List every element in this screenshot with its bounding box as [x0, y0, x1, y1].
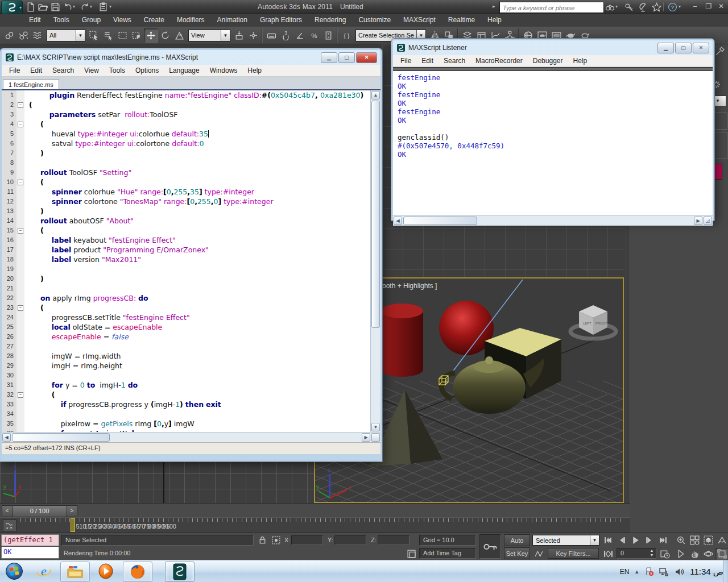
fold-collapse-icon[interactable]: −: [18, 305, 23, 311]
new-file-button[interactable]: [25, 2, 35, 12]
select-and-manipulate-button[interactable]: [246, 28, 260, 43]
editor-menu-edit[interactable]: Edit: [25, 65, 47, 76]
select-and-rotate-button[interactable]: [158, 28, 172, 43]
undo-button[interactable]: [63, 2, 73, 12]
favorites-button[interactable]: [651, 2, 662, 12]
set-key-button[interactable]: Set Key: [504, 547, 530, 559]
taskbar-3dsmax[interactable]: [165, 562, 195, 582]
track-bar[interactable]: 0510152025303540455055606570758085909510…: [0, 517, 630, 534]
subscription-key-button[interactable]: [623, 2, 635, 12]
menu-animation[interactable]: Animation: [211, 14, 254, 27]
editor-menu-view[interactable]: View: [79, 65, 104, 76]
reference-coordinate-dropdown[interactable]: View▼: [188, 30, 230, 41]
listener-minimize-button[interactable]: ▁: [657, 43, 674, 53]
maximize-viewport-toggle[interactable]: [715, 548, 728, 560]
search-dropdown-arrow[interactable]: ▾: [615, 4, 618, 9]
project-dropdown-arrow[interactable]: ▾: [109, 4, 111, 9]
scroll-right-arrow[interactable]: ▶: [362, 433, 370, 442]
viewport-shading-label[interactable]: ooth + Highlights ]: [382, 282, 437, 290]
zoom-all-button[interactable]: [688, 534, 701, 546]
go-to-end-button[interactable]: [656, 534, 669, 546]
menu-create[interactable]: Create: [138, 14, 171, 27]
editor-titlebar[interactable]: E:\MAX SCRIPT\new script max\festEngine.…: [2, 50, 380, 65]
listener-output[interactable]: festEngineOKfestEngineOKfestEngineOK gen…: [393, 71, 713, 215]
editor-menu-options[interactable]: Options: [130, 65, 164, 76]
listener-pane-splitter[interactable]: [393, 67, 713, 71]
zoom-extents-button[interactable]: [702, 534, 714, 546]
key-step-toggle[interactable]: [602, 548, 614, 560]
snaps-toggle-button[interactable]: 3: [279, 28, 293, 43]
go-to-start-button[interactable]: [602, 534, 614, 546]
current-frame-marker[interactable]: [71, 518, 75, 532]
default-in-out-tangent-button[interactable]: [532, 548, 545, 560]
editor-horizontal-scrollbar[interactable]: ◀ ▶: [2, 432, 380, 442]
use-pivot-center-button[interactable]: [232, 28, 246, 43]
play-button[interactable]: [629, 534, 642, 546]
listener-menu-macrorecorder[interactable]: MacroRecorder: [470, 55, 528, 66]
show-hidden-icons-arrow[interactable]: ▲: [634, 569, 639, 575]
redo-button[interactable]: [80, 2, 90, 12]
menu-maxscript[interactable]: MAXScript: [397, 14, 442, 27]
select-and-move-button[interactable]: [144, 28, 158, 43]
listener-menu-debugger[interactable]: Debugger: [528, 55, 568, 66]
vertical-scroll-thumb[interactable]: [371, 101, 380, 328]
zoom-button[interactable]: [675, 534, 687, 546]
minimize-button[interactable]: –: [689, 2, 701, 11]
rectangular-selection-region-button[interactable]: [115, 28, 130, 43]
editor-minimize-button[interactable]: ▁: [321, 52, 337, 63]
selection-lock-button[interactable]: [256, 534, 268, 546]
scroll-right-arrow[interactable]: ▶: [694, 217, 702, 225]
listener-menu-edit[interactable]: Edit: [416, 55, 439, 66]
scroll-left-arrow[interactable]: ◀: [2, 433, 11, 442]
maximize-viewport-small-button[interactable]: [405, 548, 417, 560]
mini-listener-macro-line[interactable]: (getEffect 1: [1, 534, 59, 546]
listener-horizontal-scrollbar[interactable]: ◀ ▶ ◿: [393, 215, 713, 226]
x-coord-field[interactable]: [291, 535, 323, 545]
fold-margin[interactable]: −: [16, 100, 24, 110]
editor-menu-help[interactable]: Help: [242, 65, 267, 76]
next-frame-button[interactable]: >: [67, 505, 77, 517]
fold-collapse-icon[interactable]: −: [18, 102, 23, 108]
menu-views[interactable]: Views: [107, 14, 138, 27]
time-configuration-button[interactable]: [659, 548, 671, 560]
menu-help[interactable]: Help: [481, 14, 508, 27]
show-desktop-button[interactable]: [723, 560, 728, 582]
utilities-tab[interactable]: [715, 47, 726, 57]
listener-restore-button[interactable]: ▢: [675, 43, 692, 53]
editor-menu-file[interactable]: File: [4, 65, 25, 76]
previous-frame-button[interactable]: <: [2, 505, 13, 517]
select-and-link-button[interactable]: [2, 28, 16, 43]
fold-collapse-icon[interactable]: −: [18, 122, 23, 127]
menu-group[interactable]: Group: [76, 14, 107, 27]
mini-curve-editor-button[interactable]: [3, 519, 16, 532]
editor-restore-button[interactable]: ▢: [338, 52, 355, 63]
listener-close-button[interactable]: ✕: [693, 43, 709, 53]
code-editor[interactable]: 1 plugin RenderEffect festEngine name:"f…: [2, 90, 380, 432]
absolute-offset-toggle[interactable]: [270, 534, 282, 546]
start-button[interactable]: [3, 562, 26, 581]
pan-view-button[interactable]: [688, 548, 701, 560]
menu-tools[interactable]: Tools: [47, 14, 76, 27]
select-object-button[interactable]: [87, 28, 101, 43]
editor-menu-windows[interactable]: Windows: [205, 65, 243, 76]
selection-filter-dropdown[interactable]: All▼: [47, 30, 85, 41]
field-of-view-button[interactable]: [715, 534, 728, 546]
menu-graph-editors[interactable]: Graph Editors: [254, 14, 308, 27]
editor-vertical-scrollbar[interactable]: ▲ ▼: [370, 90, 380, 432]
front-viewport[interactable]: z y x: [0, 458, 314, 503]
taskbar-media-player[interactable]: [93, 562, 118, 581]
editor-close-button[interactable]: ✕: [356, 52, 377, 63]
open-file-button[interactable]: [38, 2, 48, 12]
project-folder-button[interactable]: [98, 2, 108, 12]
listener-menu-file[interactable]: File: [395, 55, 416, 66]
menu-edit[interactable]: Edit: [23, 14, 47, 27]
resize-grip[interactable]: ◿: [704, 217, 712, 225]
search-binoculars-button[interactable]: [604, 2, 615, 12]
viewcube[interactable]: LEFT FRONT: [570, 305, 616, 339]
pan-select-arrow-button[interactable]: [675, 548, 687, 560]
save-button[interactable]: [50, 2, 60, 12]
key-filters-button[interactable]: Key Filters...: [548, 548, 599, 559]
editor-menu-language[interactable]: Language: [164, 65, 204, 76]
edit-named-selection-sets-button[interactable]: {}: [340, 28, 354, 43]
next-frame-playback-button[interactable]: [643, 534, 655, 546]
